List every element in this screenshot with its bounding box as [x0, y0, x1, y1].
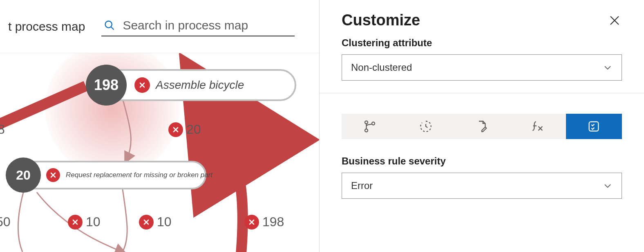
edge-value: 10 — [157, 214, 172, 230]
edge-value: 10 — [86, 214, 101, 230]
node-pill: Assemble bicycle — [104, 69, 296, 101]
tab-formula[interactable] — [510, 114, 566, 139]
branch-icon — [363, 119, 377, 133]
process-map-canvas[interactable]: 198 Assemble bicycle 20 Request replacem… — [0, 53, 319, 252]
svg-point-4 — [372, 122, 375, 125]
search-icon — [104, 20, 115, 31]
breadcrumb: t process map — [8, 20, 85, 34]
search-input[interactable] — [123, 18, 292, 32]
node-label: Assemble bicycle — [156, 79, 244, 92]
error-icon — [68, 215, 83, 230]
error-icon — [168, 122, 183, 137]
svg-point-2 — [365, 121, 368, 124]
business-rule-severity-select[interactable]: Error — [342, 173, 622, 199]
error-icon — [139, 215, 154, 230]
edge-label: 8 — [0, 122, 5, 137]
edge-value: 20 — [186, 122, 201, 137]
search-field[interactable] — [101, 17, 295, 36]
edge-label: 198 — [244, 214, 284, 230]
select-value: Error — [351, 180, 373, 191]
svg-point-0 — [105, 21, 112, 27]
close-icon — [608, 14, 621, 27]
edge-label: 50 — [0, 214, 11, 230]
node-pill: Request replacement for missing or broke… — [18, 161, 206, 189]
business-rule-severity-label: Business rule severity — [342, 155, 622, 167]
tab-branch[interactable] — [342, 114, 398, 139]
edge-label: 10 — [139, 214, 172, 230]
checklist-icon — [587, 119, 601, 133]
close-button[interactable] — [607, 13, 622, 28]
divider — [320, 93, 644, 93]
node-count-badge: 198 — [86, 65, 127, 106]
edge-label: 20 — [168, 122, 201, 137]
error-icon — [46, 168, 60, 182]
error-icon — [134, 77, 150, 93]
tab-time[interactable] — [398, 114, 454, 139]
tab-file[interactable] — [454, 114, 510, 139]
error-icon — [244, 215, 259, 230]
clustering-attribute-select[interactable]: Non-clustered — [342, 54, 622, 81]
svg-rect-5 — [589, 122, 599, 131]
clock-dashed-icon — [419, 119, 433, 133]
process-node[interactable]: 20 Request replacement for missing or br… — [6, 158, 206, 193]
tab-checklist[interactable] — [566, 114, 622, 139]
panel-title: Customize — [342, 11, 420, 29]
view-tabstrip — [320, 114, 644, 139]
topbar: t process map — [0, 0, 319, 53]
node-label: Request replacement for missing or broke… — [66, 171, 212, 179]
chevron-down-icon — [603, 181, 613, 191]
select-value: Non-clustered — [351, 62, 412, 73]
edge-value: 50 — [0, 214, 11, 230]
process-map-pane: t process map — [0, 0, 320, 252]
customize-panel: Customize Clustering attribute Non-clust… — [320, 0, 644, 252]
node-count-badge: 20 — [6, 158, 41, 193]
edge-label: 10 — [68, 214, 101, 230]
process-node[interactable]: 198 Assemble bicycle — [86, 65, 296, 106]
clustering-attribute-label: Clustering attribute — [342, 37, 622, 49]
edge-value: 8 — [0, 122, 5, 137]
file-edit-icon — [475, 119, 489, 133]
svg-point-3 — [365, 129, 368, 132]
edge-value: 198 — [262, 214, 284, 230]
svg-line-1 — [111, 27, 114, 29]
chevron-down-icon — [603, 63, 613, 72]
function-icon — [531, 119, 545, 133]
